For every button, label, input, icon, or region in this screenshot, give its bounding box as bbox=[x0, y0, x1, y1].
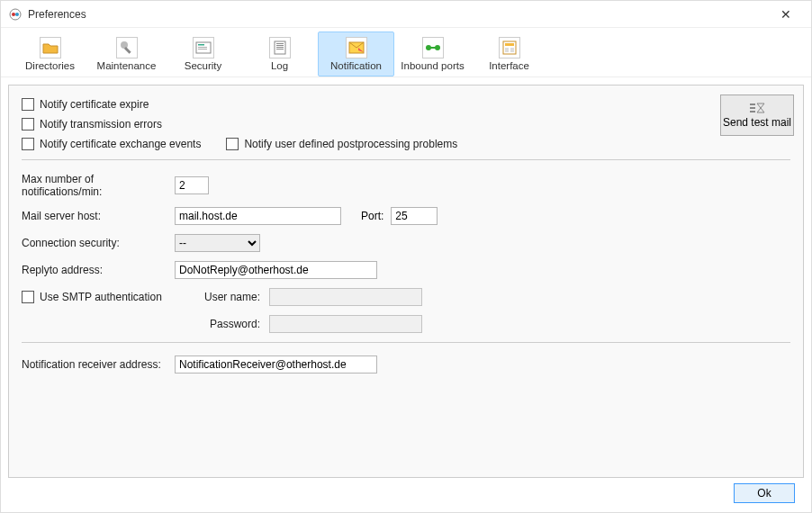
folder-icon bbox=[40, 37, 61, 58]
row-password: Password: bbox=[22, 315, 790, 333]
checkbox-postproc[interactable]: Notify user defined postprocessing probl… bbox=[226, 138, 457, 150]
footer: Ok bbox=[8, 478, 804, 508]
send-mail-icon bbox=[748, 102, 766, 114]
svg-rect-12 bbox=[276, 47, 284, 48]
content-area: Send test mail Notify certificate expire… bbox=[1, 77, 811, 512]
window-title: Preferences bbox=[28, 8, 768, 21]
svg-rect-20 bbox=[505, 48, 509, 52]
checkbox-row-third: Notify certificate exchange events Notif… bbox=[22, 138, 790, 150]
mail-icon bbox=[346, 37, 367, 58]
input-password[interactable] bbox=[269, 315, 422, 333]
checkbox-cert-exchange[interactable]: Notify certificate exchange events bbox=[22, 138, 201, 150]
tab-label: Security bbox=[185, 60, 222, 71]
svg-rect-10 bbox=[276, 43, 284, 44]
separator bbox=[22, 159, 790, 160]
input-port[interactable] bbox=[391, 207, 438, 225]
svg-point-1 bbox=[12, 13, 15, 16]
row-max-notif: Max number of notifications/min: bbox=[22, 173, 790, 198]
checkbox-icon bbox=[22, 138, 34, 150]
row-replyto: Replyto address: bbox=[22, 261, 790, 279]
app-icon bbox=[8, 7, 23, 22]
svg-rect-17 bbox=[430, 47, 436, 49]
certificate-icon bbox=[193, 37, 214, 58]
svg-rect-13 bbox=[276, 49, 284, 50]
label-mail-host: Mail server host: bbox=[22, 210, 175, 222]
input-username[interactable] bbox=[269, 288, 422, 306]
separator bbox=[22, 342, 790, 343]
tab-security[interactable]: Security bbox=[165, 32, 241, 76]
label-max-notif: Max number of notifications/min: bbox=[22, 173, 175, 198]
notification-panel: Send test mail Notify certificate expire… bbox=[8, 85, 804, 478]
titlebar: Preferences ✕ bbox=[1, 1, 811, 28]
svg-rect-7 bbox=[198, 47, 207, 48]
label-password: Password: bbox=[175, 318, 269, 330]
input-replyto[interactable] bbox=[175, 261, 377, 279]
ports-icon bbox=[422, 37, 444, 58]
svg-rect-19 bbox=[505, 43, 514, 46]
input-max-notif[interactable] bbox=[175, 176, 209, 194]
tab-log[interactable]: Log bbox=[241, 32, 318, 76]
select-conn-security[interactable]: -- bbox=[175, 234, 260, 252]
tab-label: Directories bbox=[25, 60, 75, 71]
svg-rect-11 bbox=[276, 45, 284, 46]
tab-label: Inbound ports bbox=[401, 60, 464, 71]
label-conn-security: Connection security: bbox=[22, 237, 175, 249]
send-test-mail-button[interactable]: Send test mail bbox=[720, 94, 794, 136]
interface-icon bbox=[499, 37, 520, 58]
tab-notification[interactable]: Notification bbox=[318, 32, 394, 76]
svg-rect-6 bbox=[198, 44, 204, 46]
checkbox-icon bbox=[226, 138, 239, 150]
tab-maintenance[interactable]: Maintenance bbox=[88, 32, 165, 76]
wrench-icon bbox=[116, 37, 138, 58]
input-receiver[interactable] bbox=[175, 356, 377, 374]
checkbox-smtp-auth[interactable]: Use SMTP authentication bbox=[22, 291, 175, 303]
label-receiver: Notification receiver address: bbox=[22, 358, 175, 371]
checkbox-icon bbox=[22, 98, 34, 111]
tab-label: Interface bbox=[489, 60, 529, 71]
checkbox-label: Notify transmission errors bbox=[40, 118, 162, 130]
row-mail-host: Mail server host: Port: bbox=[22, 207, 790, 225]
row-smtp-auth: Use SMTP authentication User name: bbox=[22, 288, 790, 306]
checkbox-label: Notify certificate expire bbox=[40, 98, 149, 111]
log-icon bbox=[269, 37, 291, 58]
checkbox-label: Notify certificate exchange events bbox=[40, 138, 201, 150]
checkbox-label: Use SMTP authentication bbox=[40, 291, 162, 303]
svg-rect-4 bbox=[123, 47, 131, 54]
checkbox-row-cert-expire[interactable]: Notify certificate expire bbox=[22, 98, 790, 111]
label-replyto: Replyto address: bbox=[22, 264, 175, 276]
checkbox-label: Notify user defined postprocessing probl… bbox=[244, 138, 457, 150]
svg-rect-21 bbox=[510, 48, 514, 52]
toolbar: Directories Maintenance Security Log Not… bbox=[1, 28, 811, 77]
label-port: Port: bbox=[361, 210, 383, 222]
svg-point-3 bbox=[121, 41, 128, 49]
close-button[interactable]: ✕ bbox=[768, 7, 804, 22]
input-mail-host[interactable] bbox=[175, 207, 341, 225]
tab-inbound-ports[interactable]: Inbound ports bbox=[394, 32, 471, 76]
checkbox-row-trans-errors[interactable]: Notify transmission errors bbox=[22, 118, 790, 130]
tab-interface[interactable]: Interface bbox=[471, 32, 547, 76]
checkbox-icon bbox=[22, 291, 34, 303]
ok-button[interactable]: Ok bbox=[734, 483, 795, 503]
svg-rect-8 bbox=[198, 49, 207, 50]
checkbox-icon bbox=[22, 118, 34, 130]
tab-label: Notification bbox=[330, 60, 382, 71]
row-conn-security: Connection security: -- bbox=[22, 234, 790, 252]
svg-point-2 bbox=[15, 13, 19, 16]
preferences-window: Preferences ✕ Directories Maintenance Se… bbox=[0, 0, 812, 513]
tab-directories[interactable]: Directories bbox=[12, 32, 88, 76]
row-receiver: Notification receiver address: bbox=[22, 356, 790, 374]
label-username: User name: bbox=[175, 291, 269, 303]
tab-label: Log bbox=[271, 60, 288, 71]
send-test-mail-label: Send test mail bbox=[723, 116, 791, 129]
tab-label: Maintenance bbox=[97, 60, 157, 71]
